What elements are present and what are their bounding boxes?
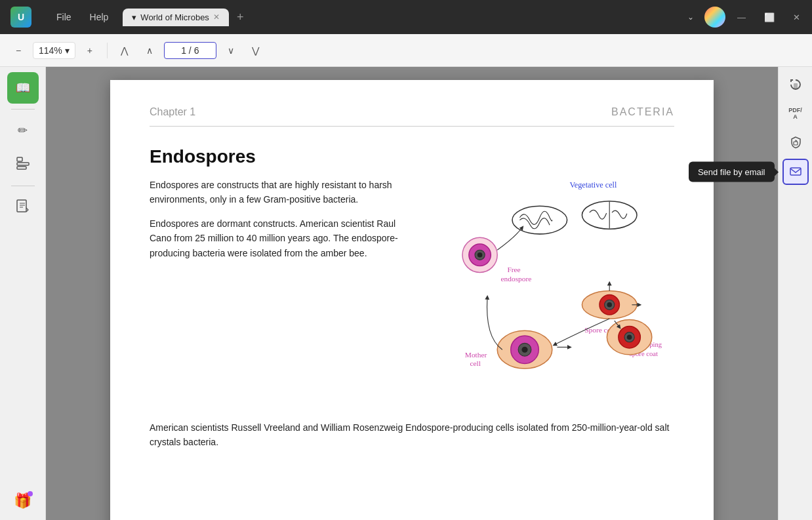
page-navigation	[164, 42, 216, 59]
page-header: Chapter 1 BACTERIA	[150, 106, 674, 127]
email-tool-button[interactable]	[782, 159, 809, 185]
paragraph-3: American scientists Russell Vreeland and…	[150, 420, 674, 450]
menu-file[interactable]: File	[47, 8, 81, 26]
protect-icon	[789, 136, 802, 151]
nav-next-button[interactable]: ∨	[220, 40, 241, 61]
nav-prev-button[interactable]: ∧	[139, 40, 160, 61]
pdfa-icon: PDF/A	[788, 108, 802, 121]
chapter-label: Chapter 1	[150, 106, 195, 118]
sidebar-reader-button[interactable]: 📖	[7, 72, 39, 104]
tab-world-of-microbes[interactable]: ▾ World of Microbes ✕	[123, 9, 229, 26]
gift-area: 🎁	[14, 492, 31, 515]
tab-arrow: ▾	[132, 12, 136, 22]
svg-text:Mother: Mother	[465, 351, 487, 359]
convert-icon	[16, 199, 30, 216]
gift-notification-dot	[28, 491, 33, 496]
endospore-illustration: Vegetative cell Free	[425, 146, 674, 409]
svg-text:Free: Free	[507, 266, 520, 273]
email-tool-container: Send file by email	[782, 159, 809, 185]
organize-icon	[16, 156, 30, 174]
vegetative-cell-label: Vegetative cell	[569, 180, 617, 190]
main-area: 📖 ✏ 🎁	[0, 67, 812, 520]
svg-rect-30	[794, 83, 798, 89]
zoom-display[interactable]: 114% ▾	[33, 42, 75, 59]
close-button[interactable]: ✕	[786, 9, 807, 26]
tab-close-button[interactable]: ✕	[213, 12, 220, 22]
menu-help[interactable]: Help	[81, 8, 118, 26]
app-logo: U	[5, 7, 37, 28]
sidebar-organize-button[interactable]	[7, 149, 39, 180]
protect-tool-button[interactable]	[782, 130, 809, 156]
rotate-tool-button[interactable]	[782, 72, 809, 98]
titlebar-controls: ⌄ — ⬜ ✕	[682, 7, 807, 28]
svg-text:endospore: endospore	[501, 275, 532, 283]
zoom-out-button[interactable]: −	[8, 40, 29, 61]
maximize-button[interactable]: ⬜	[758, 9, 781, 26]
user-avatar[interactable]	[704, 7, 725, 28]
left-sidebar: 📖 ✏ 🎁	[0, 67, 46, 520]
illustration-column: Vegetative cell Free	[425, 146, 674, 411]
toolbar-separator	[107, 43, 108, 58]
tab-dropdown-button[interactable]: ⌄	[682, 10, 699, 24]
nav-last-button[interactable]: ⋁	[245, 40, 266, 61]
svg-rect-3	[17, 200, 26, 212]
svg-rect-2	[17, 167, 26, 169]
pdfa-tool-button[interactable]: PDF/A	[782, 101, 809, 127]
svg-point-23	[627, 334, 632, 340]
svg-point-17	[607, 302, 612, 308]
minimize-button[interactable]: —	[731, 9, 752, 26]
new-tab-button[interactable]: +	[232, 8, 249, 27]
toolbar: − 114% ▾ + ⋀ ∧ ∨ ⋁	[0, 34, 812, 67]
svg-rect-1	[17, 163, 29, 165]
sidebar-divider-1	[11, 109, 35, 110]
svg-rect-0	[17, 157, 22, 161]
bacteria-label: BACTERIA	[611, 106, 674, 118]
pdf-viewer-area[interactable]: Chapter 1 BACTERIA Endospores Endospores…	[46, 67, 778, 520]
nav-first-button[interactable]: ⋀	[114, 40, 135, 61]
zoom-dropdown-icon: ▾	[65, 45, 70, 56]
tab-area: ▾ World of Microbes ✕ +	[123, 8, 682, 27]
annotate-icon: ✏	[18, 123, 28, 138]
zoom-level: 114%	[39, 45, 62, 56]
email-tooltip: Send file by email	[689, 162, 775, 182]
svg-rect-32	[790, 168, 801, 175]
section-heading: Endospores	[150, 146, 405, 167]
paragraph-1: Endospores are constructs that are highl…	[150, 178, 405, 207]
text-column: Endospores Endospores are constructs tha…	[150, 146, 405, 411]
sidebar-annotate-button[interactable]: ✏	[7, 115, 39, 146]
svg-point-29	[521, 347, 527, 353]
sidebar-divider-2	[11, 186, 35, 186]
zoom-in-button[interactable]: +	[79, 40, 100, 61]
right-sidebar: PDF/A Send file by email	[778, 67, 812, 520]
sidebar-convert-button[interactable]	[7, 191, 39, 223]
logo-icon: U	[10, 7, 31, 28]
page-input[interactable]	[164, 42, 216, 59]
svg-point-12	[477, 252, 483, 258]
tab-title: World of Microbes	[140, 12, 209, 22]
svg-text:cell: cell	[470, 359, 480, 367]
content-area: Endospores Endospores are constructs tha…	[150, 146, 674, 411]
pdf-page: Chapter 1 BACTERIA Endospores Endospores…	[110, 80, 714, 520]
titlebar: U File Help ▾ World of Microbes ✕ + ⌄ — …	[0, 0, 812, 34]
rotate-icon	[789, 78, 802, 93]
svg-rect-31	[794, 142, 798, 145]
email-icon	[789, 165, 802, 180]
reader-icon: 📖	[16, 81, 30, 95]
paragraph-2: Endospores are dormant constructs. Ameri…	[150, 216, 405, 260]
